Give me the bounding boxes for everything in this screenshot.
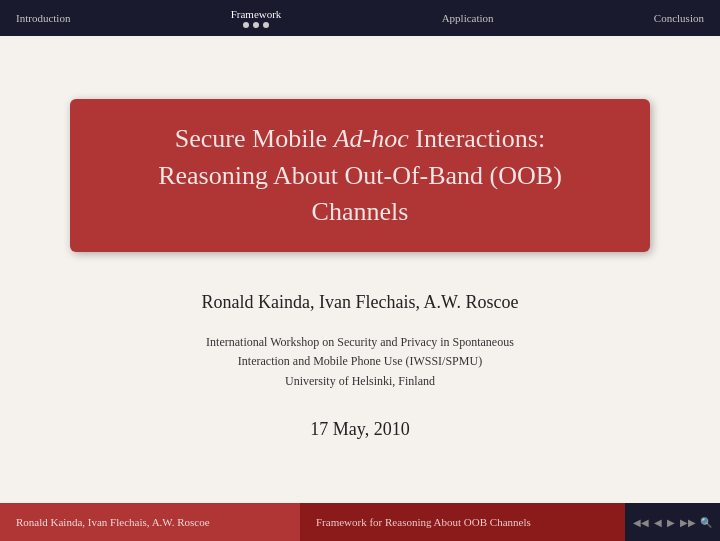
nav-controls[interactable]: ◀◀ ◀ ▶ ▶▶ [633, 517, 696, 528]
nav-introduction[interactable]: Introduction [16, 12, 70, 24]
nav-dot-3 [263, 22, 269, 28]
nav-conclusion[interactable]: Conclusion [654, 12, 704, 24]
footer-authors-section: Ronald Kainda, Ivan Flechais, A.W. Rosco… [0, 503, 300, 541]
presentation-date: 17 May, 2010 [310, 419, 409, 440]
prev-slide-button[interactable]: ◀ [654, 517, 662, 528]
nav-dot-1 [243, 22, 249, 28]
footer-title-section: Framework for Reasoning About OOB Channe… [300, 503, 625, 541]
workshop-line1: International Workshop on Security and P… [206, 333, 514, 352]
footer-controls[interactable]: ◀◀ ◀ ▶ ▶▶ 🔍 [625, 517, 720, 528]
first-slide-button[interactable]: ◀◀ [633, 517, 649, 528]
last-slide-button[interactable]: ▶▶ [680, 517, 696, 528]
slide-main-content: Secure Mobile Ad-hoc Interactions: Reaso… [0, 36, 720, 503]
nav-dot-2 [253, 22, 259, 28]
footer-authors-text: Ronald Kainda, Ivan Flechais, A.W. Rosco… [16, 516, 210, 528]
title-line2: Reasoning About Out-Of-Band (OOB) Channe… [158, 161, 562, 226]
title-line1-prefix: Secure Mobile [175, 124, 334, 153]
zoom-controls[interactable]: 🔍 [700, 517, 712, 528]
title-line1-suffix: Interactions: [409, 124, 545, 153]
bottom-bar: Ronald Kainda, Ivan Flechais, A.W. Rosco… [0, 503, 720, 541]
nav-progress-dots [243, 22, 269, 28]
zoom-icon[interactable]: 🔍 [700, 517, 712, 528]
title-italic-word: Ad-hoc [334, 124, 409, 153]
next-slide-button[interactable]: ▶ [667, 517, 675, 528]
authors-text: Ronald Kainda, Ivan Flechais, A.W. Rosco… [202, 292, 519, 313]
slide-title: Secure Mobile Ad-hoc Interactions: Reaso… [110, 121, 610, 230]
workshop-info: International Workshop on Security and P… [206, 333, 514, 391]
slide-title-box: Secure Mobile Ad-hoc Interactions: Reaso… [70, 99, 650, 252]
workshop-line3: University of Helsinki, Finland [206, 372, 514, 391]
nav-framework-label[interactable]: Framework [231, 8, 282, 20]
nav-framework-section: Framework [231, 8, 282, 28]
workshop-line2: Interaction and Mobile Phone Use (IWSSI/… [206, 352, 514, 371]
footer-title-text: Framework for Reasoning About OOB Channe… [316, 516, 531, 528]
nav-application[interactable]: Application [442, 12, 494, 24]
top-navigation: Introduction Framework Application Concl… [0, 0, 720, 36]
